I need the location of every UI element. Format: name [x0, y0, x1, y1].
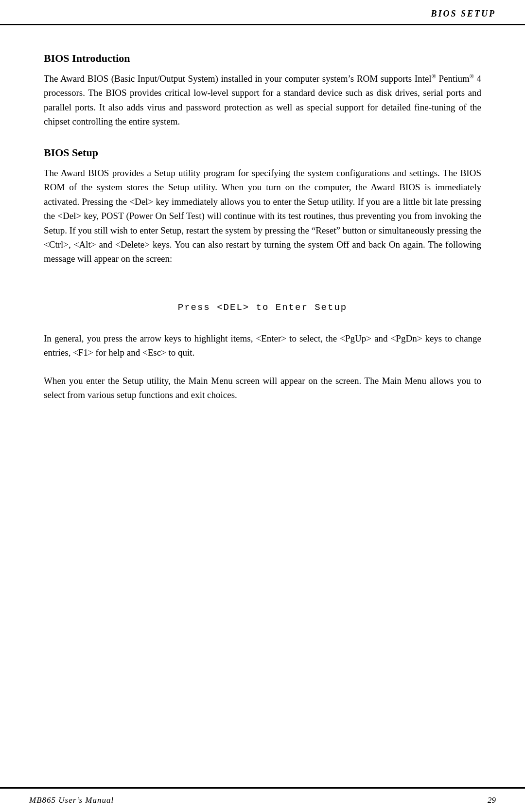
footer-page-number: 29 — [488, 795, 496, 805]
bios-setup-heading: BIOS Setup — [44, 146, 481, 159]
after-command-paragraph-1: In general, you press the arrow keys to … — [44, 331, 481, 360]
footer-manual-title: MB865 User’s Manual — [29, 795, 114, 805]
bios-setup-section: BIOS Setup The Award BIOS provides a Set… — [44, 146, 481, 266]
bios-setup-paragraph: The Award BIOS provides a Setup utility … — [44, 166, 481, 266]
command-line: Press <DEL> to Enter Setup — [178, 302, 347, 313]
page-footer: MB865 User’s Manual 29 — [0, 787, 525, 812]
bios-introduction-paragraph: The Award BIOS (Basic Input/Output Syste… — [44, 72, 481, 129]
page-header: BIOS SETUP — [0, 0, 525, 25]
command-line-wrapper: Press <DEL> to Enter Setup — [44, 302, 481, 313]
bios-introduction-section: BIOS Introduction The Award BIOS (Basic … — [44, 52, 481, 129]
after-command-section: In general, you press the arrow keys to … — [44, 331, 481, 402]
after-command-paragraph-2: When you enter the Setup utility, the Ma… — [44, 374, 481, 402]
main-content: BIOS Introduction The Award BIOS (Basic … — [0, 25, 525, 787]
page-container: BIOS SETUP BIOS Introduction The Award B… — [0, 0, 525, 812]
bios-introduction-heading: BIOS Introduction — [44, 52, 481, 65]
header-title: BIOS SETUP — [431, 9, 496, 19]
